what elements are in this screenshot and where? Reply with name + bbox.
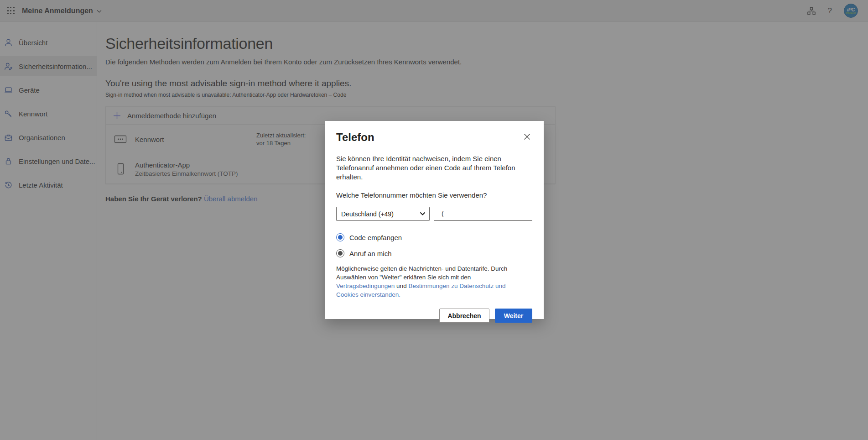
- next-button[interactable]: Weiter: [495, 309, 532, 323]
- disclaimer-part1: Möglicherweise gelten die Nachrichten- u…: [336, 265, 507, 281]
- disclaimer-text: Möglicherweise gelten die Nachrichten- u…: [336, 264, 528, 299]
- dialog-intro-text: Sie können Ihre Identität nachweisen, in…: [336, 154, 532, 182]
- phone-number-input[interactable]: [434, 207, 532, 221]
- cancel-button[interactable]: Abbrechen: [439, 309, 489, 323]
- chevron-down-icon: [420, 212, 425, 215]
- country-code-value: Deutschland (+49): [341, 210, 394, 218]
- disclaimer-part2: und: [395, 283, 408, 289]
- telefon-dialog: Telefon Sie können Ihre Identität nachwe…: [325, 121, 544, 319]
- radio-icon: [336, 249, 344, 257]
- radio-code-empfangen[interactable]: Code empfangen: [336, 233, 532, 241]
- dialog-question-text: Welche Telefonnummer möchten Sie verwend…: [336, 191, 532, 199]
- country-code-select[interactable]: Deutschland (+49): [336, 207, 430, 221]
- terms-link[interactable]: Vertragsbedingungen: [336, 283, 395, 289]
- verification-options: Code empfangen Anruf an mich: [336, 233, 532, 257]
- close-icon[interactable]: [521, 131, 532, 142]
- radio-selected-icon: [336, 233, 344, 241]
- radio-label: Anruf an mich: [349, 250, 392, 257]
- dialog-title: Telefon: [336, 131, 374, 144]
- radio-anruf-an-mich[interactable]: Anruf an mich: [336, 249, 532, 257]
- radio-label: Code empfangen: [349, 234, 402, 241]
